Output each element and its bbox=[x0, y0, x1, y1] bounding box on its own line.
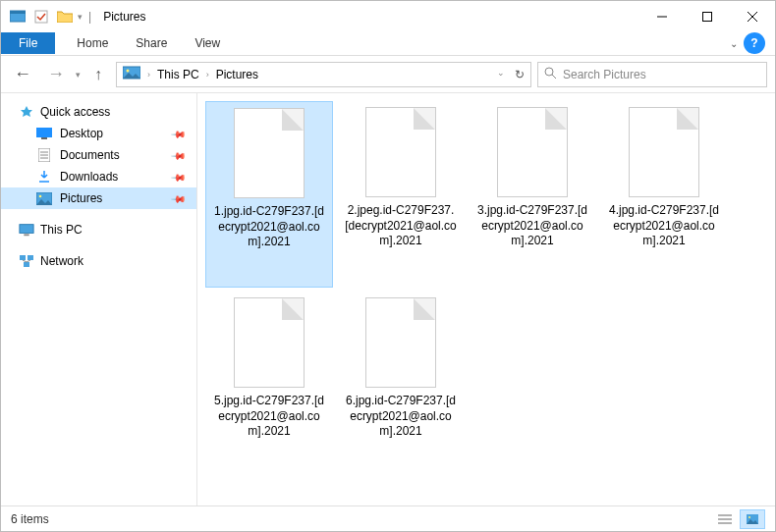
svg-rect-12 bbox=[41, 137, 47, 139]
view-large-icons-button[interactable] bbox=[740, 509, 765, 529]
file-name-label: 4.jpg.id-C279F237.[decrypt2021@aol.com].… bbox=[606, 203, 722, 249]
address-field[interactable]: › This PC › Pictures ⌄ ↻ bbox=[116, 62, 531, 87]
file-name-label: 5.jpg.id-C279F237.[decrypt2021@aol.com].… bbox=[211, 394, 327, 440]
file-item[interactable]: 4.jpg.id-C279F237.[decrypt2021@aol.com].… bbox=[600, 101, 728, 288]
status-item-count: 6 items bbox=[11, 512, 49, 526]
search-placeholder: Search Pictures bbox=[563, 68, 646, 81]
svg-rect-23 bbox=[28, 255, 33, 260]
pictures-icon bbox=[36, 190, 52, 206]
svg-line-10 bbox=[552, 75, 556, 79]
pin-icon: 📌 bbox=[171, 147, 187, 163]
sidebar-quick-access-label: Quick access bbox=[40, 105, 110, 119]
pin-icon: 📌 bbox=[171, 169, 187, 185]
documents-icon bbox=[36, 147, 52, 163]
svg-line-25 bbox=[23, 260, 27, 262]
file-icon bbox=[629, 107, 699, 197]
ribbon-expand-icon[interactable]: ⌄ bbox=[730, 38, 738, 49]
file-item[interactable]: 6.jpg.id-C279F237.[decrypt2021@aol.com].… bbox=[337, 292, 465, 478]
svg-rect-2 bbox=[35, 11, 47, 23]
close-button[interactable] bbox=[730, 2, 775, 31]
app-icon bbox=[7, 6, 28, 27]
explorer-window: ▾ | Pictures File Home Share View ⌄ ? ← … bbox=[0, 0, 776, 532]
statusbar: 6 items bbox=[1, 505, 775, 531]
file-icon bbox=[497, 107, 568, 197]
sidebar-item-pictures[interactable]: Pictures📌 bbox=[1, 187, 196, 209]
help-button[interactable]: ? bbox=[744, 32, 765, 54]
file-icon bbox=[234, 108, 305, 198]
ribbon-file-tab[interactable]: File bbox=[1, 32, 55, 54]
nav-back-button[interactable]: ← bbox=[9, 61, 36, 88]
nav-up-button[interactable]: ↑ bbox=[86, 63, 110, 86]
search-input[interactable]: Search Pictures bbox=[537, 62, 767, 87]
sidebar: Quick access Desktop📌Documents📌Downloads… bbox=[1, 93, 197, 505]
ribbon: File Home Share View ⌄ ? bbox=[1, 31, 775, 56]
maximize-button[interactable] bbox=[685, 2, 730, 31]
svg-rect-22 bbox=[20, 255, 26, 260]
svg-point-8 bbox=[127, 70, 130, 73]
file-name-label: 6.jpg.id-C279F237.[decrypt2021@aol.com].… bbox=[343, 394, 459, 440]
svg-rect-4 bbox=[703, 12, 712, 21]
refresh-icon[interactable]: ↻ bbox=[515, 68, 525, 81]
svg-point-9 bbox=[545, 68, 553, 76]
breadcrumb-pictures[interactable]: Pictures bbox=[216, 68, 258, 81]
sidebar-item-documents[interactable]: Documents📌 bbox=[1, 144, 196, 166]
ribbon-tab-home[interactable]: Home bbox=[63, 32, 122, 54]
sidebar-item-label: Downloads bbox=[60, 170, 118, 184]
titlebar-separator: | bbox=[88, 10, 91, 24]
svg-rect-21 bbox=[24, 234, 28, 236]
star-icon bbox=[19, 104, 34, 120]
ribbon-tab-share[interactable]: Share bbox=[122, 32, 181, 54]
qat-properties-icon[interactable] bbox=[30, 6, 52, 27]
file-item[interactable]: 2.jpeg.id-C279F237.[decrypt2021@aol.com]… bbox=[337, 101, 465, 288]
files-pane[interactable]: 1.jpg.id-C279F237.[decrypt2021@aol.com].… bbox=[197, 93, 775, 505]
nav-history-dropdown[interactable]: ▾ bbox=[76, 70, 81, 80]
file-item[interactable]: 3.jpg.id-C279F237.[decrypt2021@aol.com].… bbox=[469, 101, 596, 288]
network-icon bbox=[19, 253, 34, 269]
body: Quick access Desktop📌Documents📌Downloads… bbox=[1, 92, 775, 505]
addressbar: ← → ▾ ↑ › This PC › Pictures ⌄ ↻ Search … bbox=[1, 56, 775, 92]
ribbon-tab-view[interactable]: View bbox=[181, 32, 234, 54]
file-name-label: 2.jpeg.id-C279F237.[decrypt2021@aol.com]… bbox=[343, 203, 459, 249]
sidebar-item-downloads[interactable]: Downloads📌 bbox=[1, 166, 196, 187]
pin-icon: 📌 bbox=[171, 126, 187, 141]
pin-icon: 📌 bbox=[171, 190, 187, 206]
minimize-button[interactable] bbox=[639, 2, 685, 31]
address-dropdown-icon[interactable]: ⌄ bbox=[497, 68, 505, 81]
sidebar-item-label: Pictures bbox=[60, 191, 102, 205]
titlebar: ▾ | Pictures bbox=[1, 1, 775, 31]
file-icon bbox=[234, 297, 305, 388]
file-item[interactable]: 1.jpg.id-C279F237.[decrypt2021@aol.com].… bbox=[205, 101, 333, 288]
sidebar-quick-access[interactable]: Quick access bbox=[1, 101, 196, 123]
svg-line-26 bbox=[27, 260, 30, 262]
sidebar-this-pc-label: This PC bbox=[40, 223, 83, 237]
sidebar-item-label: Desktop bbox=[60, 127, 103, 140]
qat-folder-icon[interactable] bbox=[54, 6, 76, 27]
desktop-icon bbox=[36, 126, 52, 141]
svg-rect-20 bbox=[20, 225, 33, 234]
svg-rect-24 bbox=[24, 262, 29, 267]
svg-rect-11 bbox=[36, 128, 52, 137]
sidebar-item-label: Documents bbox=[60, 148, 120, 162]
monitor-icon bbox=[19, 222, 34, 238]
file-icon bbox=[365, 297, 436, 388]
chevron-right-icon[interactable]: › bbox=[206, 70, 209, 80]
sidebar-item-desktop[interactable]: Desktop📌 bbox=[1, 123, 196, 144]
sidebar-network-label: Network bbox=[40, 254, 83, 268]
svg-point-19 bbox=[39, 194, 42, 197]
svg-rect-1 bbox=[10, 11, 26, 14]
chevron-right-icon[interactable]: › bbox=[147, 70, 150, 80]
sidebar-network[interactable]: Network bbox=[1, 250, 196, 272]
nav-forward-button[interactable]: → bbox=[42, 61, 70, 88]
downloads-icon bbox=[36, 169, 52, 185]
file-name-label: 1.jpg.id-C279F237.[decrypt2021@aol.com].… bbox=[212, 204, 326, 250]
breadcrumb-pictures-icon bbox=[123, 66, 140, 82]
qat-dropdown-icon[interactable]: ▾ bbox=[78, 12, 83, 22]
breadcrumb-thispc[interactable]: This PC bbox=[157, 68, 199, 81]
sidebar-this-pc[interactable]: This PC bbox=[1, 219, 196, 240]
file-name-label: 3.jpg.id-C279F237.[decrypt2021@aol.com].… bbox=[474, 203, 590, 249]
search-icon bbox=[544, 67, 557, 82]
view-details-button[interactable] bbox=[712, 509, 738, 529]
window-title: Pictures bbox=[103, 10, 145, 24]
file-item[interactable]: 5.jpg.id-C279F237.[decrypt2021@aol.com].… bbox=[205, 292, 333, 478]
svg-point-31 bbox=[748, 516, 750, 518]
